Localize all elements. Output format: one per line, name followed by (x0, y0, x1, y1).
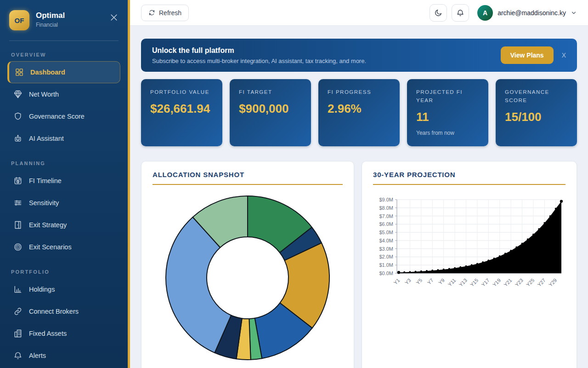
svg-text:Y13: Y13 (458, 277, 468, 288)
avatar: A (477, 5, 493, 21)
svg-text:Y1: Y1 (392, 277, 401, 286)
link-icon (13, 307, 23, 316)
sidebar-item-fixed-assets[interactable]: Fixed Assets (7, 322, 120, 345)
sidebar-item-holdings[interactable]: Holdings (7, 278, 120, 300)
sidebar-item-label: Fixed Assets (29, 330, 67, 337)
sidebar-item-connect-brokers[interactable]: Connect Brokers (7, 300, 120, 322)
svg-text:Y17: Y17 (480, 277, 490, 288)
sidebar-item-alerts[interactable]: Alerts (7, 345, 120, 367)
door-icon (13, 220, 23, 230)
svg-text:$9.0M: $9.0M (379, 197, 393, 202)
sidebar-nav: OVERVIEWDashboardNet WorthGovernance Sco… (0, 41, 128, 368)
brand-name: Optimal (36, 11, 109, 20)
bar-chart-icon (13, 285, 23, 294)
theme-toggle-button[interactable] (430, 4, 447, 22)
banner-title: Unlock the full platform (152, 46, 366, 55)
sidebar-item-exit-strategy[interactable]: Exit Strategy (7, 214, 120, 236)
nav-section-overview: OVERVIEW (11, 52, 117, 58)
building-icon (13, 329, 23, 338)
stat-card-fi-progress: FI PROGRESS2.96% (318, 79, 400, 146)
sidebar-item-label: Dashboard (30, 69, 65, 76)
svg-text:Y25: Y25 (525, 277, 535, 288)
stat-card-fi-target: FI TARGET$900,000 (230, 79, 311, 146)
sidebar-item-governance-score[interactable]: Governance Score (7, 105, 120, 127)
sidebar-item-net-worth[interactable]: Net Worth (7, 83, 120, 105)
donut-chart (160, 190, 335, 367)
donut-chart-wrap (153, 190, 343, 367)
svg-text:$4.0M: $4.0M (379, 238, 393, 243)
svg-text:$0.0M: $0.0M (379, 270, 393, 276)
bell-icon (456, 9, 464, 17)
stat-value: 2.96% (328, 102, 390, 115)
moon-icon (434, 9, 442, 17)
robot-icon (13, 134, 23, 143)
brand-text: Optimal Financial (36, 10, 109, 28)
sidebar-item-label: Exit Strategy (29, 221, 67, 229)
stat-label: GOVERNANCE SCORE (505, 88, 568, 105)
svg-text:Y29: Y29 (548, 277, 558, 288)
sidebar-item-sensitivity[interactable]: Sensitivity (7, 192, 120, 214)
svg-text:Y23: Y23 (514, 277, 524, 288)
sidebar-item-exit-scenarios[interactable]: Exit Scenarios (7, 236, 120, 258)
sidebar-item-dashboard[interactable]: Dashboard (7, 61, 120, 83)
calendar-clock-icon (13, 176, 23, 185)
sidebar-item-label: AI Assistant (29, 135, 64, 142)
stat-subtext: Years from now (416, 130, 479, 136)
stat-cards: PORTFOLIO VALUE$26,661.94FI TARGET$900,0… (141, 79, 577, 146)
svg-text:$3.0M: $3.0M (379, 246, 393, 252)
stat-label: PORTFOLIO VALUE (150, 88, 213, 97)
user-menu[interactable]: A archie@maddisoninc.ky (477, 5, 577, 21)
svg-text:$6.0M: $6.0M (379, 221, 393, 227)
shield-icon (13, 112, 23, 121)
topbar-right: A archie@maddisoninc.ky (430, 4, 577, 22)
projection-chart: $0.0M$1.0M$2.0M$3.0M$4.0M$5.0M$6.0M$7.0M… (373, 190, 565, 306)
svg-text:Y27: Y27 (536, 277, 546, 288)
stat-label: PROJECTED FI YEAR (416, 88, 479, 105)
sidebar-item-fi-timeline[interactable]: FI Timeline (7, 170, 120, 192)
stat-value: 11 (416, 110, 479, 124)
stat-card-projected-fi-year: PROJECTED FI YEAR11Years from now (407, 79, 488, 146)
sidebar-close-icon[interactable] (109, 13, 119, 22)
view-plans-button[interactable]: View Plans (501, 46, 554, 64)
svg-text:Y11: Y11 (447, 277, 457, 288)
refresh-button[interactable]: Refresh (141, 5, 189, 21)
svg-text:Y7: Y7 (426, 277, 435, 286)
stat-card-portfolio-value: PORTFOLIO VALUE$26,661.94 (141, 79, 222, 146)
topbar: Refresh A archie@maddisoninc.ky (130, 0, 588, 26)
notifications-button[interactable] (452, 4, 469, 22)
sidebar: OF Optimal Financial OVERVIEWDashboardNe… (0, 0, 130, 368)
sidebar-item-label: Sensitivity (29, 199, 59, 207)
sidebar-item-label: Exit Scenarios (29, 243, 72, 251)
sliders-icon (13, 198, 23, 207)
svg-text:$7.0M: $7.0M (379, 213, 393, 219)
bell-icon (13, 351, 23, 360)
svg-text:Y19: Y19 (492, 277, 502, 288)
app-root: OF Optimal Financial OVERVIEWDashboardNe… (0, 0, 588, 368)
svg-text:Y5: Y5 (415, 277, 423, 286)
brand: OF Optimal Financial (0, 0, 128, 37)
banner-close-button[interactable]: X (562, 52, 566, 59)
stat-value: $26,661.94 (150, 102, 213, 115)
panels-row: ALLOCATION SNAPSHOT SPLVSLBQQQMSCHDQQQJV… (141, 161, 577, 368)
svg-text:Y3: Y3 (404, 277, 412, 286)
nav-section-portfolio: PORTFOLIO (11, 269, 117, 275)
stat-value: 15/100 (505, 110, 568, 124)
target-icon (13, 242, 23, 252)
user-email: archie@maddisoninc.ky (498, 9, 566, 17)
stat-value: $900,000 (239, 102, 302, 115)
banner-actions: View Plans X (501, 46, 566, 64)
svg-text:$5.0M: $5.0M (379, 230, 393, 235)
main-area: Refresh A archie@maddisoninc.ky (130, 0, 588, 368)
svg-text:Y15: Y15 (469, 277, 479, 288)
svg-text:$2.0M: $2.0M (379, 254, 393, 259)
brand-logo: OF (9, 10, 29, 30)
projection-panel-title: 30-YEAR PROJECTION (373, 171, 565, 185)
sidebar-item-ai-assistant[interactable]: AI Assistant (7, 127, 120, 150)
sidebar-item-label: Holdings (29, 286, 55, 293)
svg-text:Y21: Y21 (503, 277, 513, 288)
sidebar-item-label: Connect Brokers (29, 308, 79, 315)
dashboard-icon (15, 68, 24, 77)
sidebar-item-label: Governance Score (29, 113, 85, 120)
svg-text:$1.0M: $1.0M (379, 262, 393, 268)
banner-subtitle: Subscribe to access multi-broker integra… (152, 58, 366, 64)
